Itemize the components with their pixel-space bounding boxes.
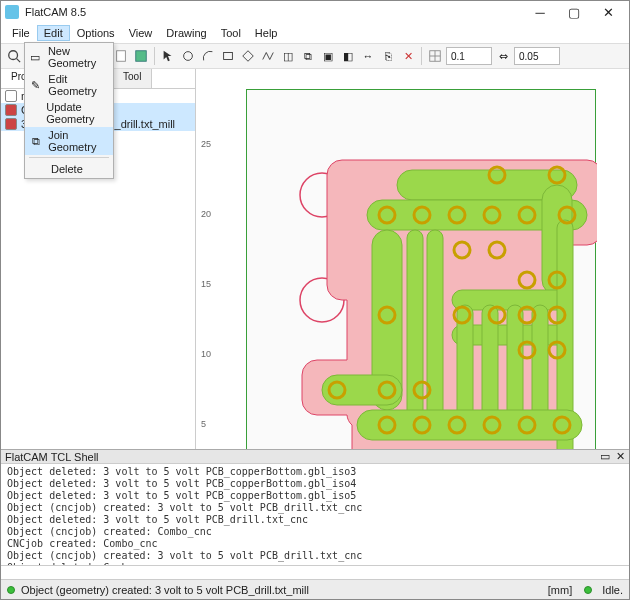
- open-project-button[interactable]: [112, 47, 130, 65]
- rectangle-tool[interactable]: [219, 47, 237, 65]
- drawing-canvas[interactable]: 0 5 10 15 20 25 0 5 10 15 20 25: [196, 69, 629, 449]
- status-state: Idle.: [602, 584, 623, 596]
- status-bar: Object (geometry) created: 3 volt to 5 v…: [1, 579, 629, 599]
- menu-bar: File Edit Options View Drawing Tool Help: [1, 23, 629, 43]
- svg-line-1: [17, 59, 21, 63]
- menu-help[interactable]: Help: [248, 25, 285, 41]
- shell-close-button[interactable]: ✕: [616, 450, 625, 463]
- shell-output[interactable]: Object deleted: 3 volt to 5 volt PCB_cop…: [1, 464, 629, 565]
- menu-drawing[interactable]: Drawing: [159, 25, 213, 41]
- menu-item-edit-geometry[interactable]: ✎ Edit Geometry: [25, 71, 113, 99]
- svg-rect-9: [136, 51, 147, 62]
- subtract-tool[interactable]: ▣: [319, 47, 337, 65]
- grid-link-toggle[interactable]: ⇔: [494, 47, 512, 65]
- svg-point-10: [184, 52, 193, 61]
- refresh-icon: [29, 106, 40, 120]
- shell-input[interactable]: [1, 565, 629, 579]
- arc-tool[interactable]: [199, 47, 217, 65]
- window-title: FlatCAM 8.5: [25, 6, 86, 18]
- union-tool[interactable]: ◫: [279, 47, 297, 65]
- cut-tool[interactable]: ◧: [339, 47, 357, 65]
- status-indicator-icon: [7, 586, 15, 594]
- menu-file[interactable]: File: [5, 25, 37, 41]
- close-button[interactable]: ✕: [591, 1, 625, 23]
- select-tool[interactable]: [159, 47, 177, 65]
- shell-undock-button[interactable]: ▭: [600, 450, 610, 463]
- status-units: [mm]: [548, 584, 572, 596]
- save-project-button[interactable]: [132, 47, 150, 65]
- svg-rect-28: [507, 305, 523, 420]
- menu-item-join-geometry[interactable]: ⧉ Join Geometry: [25, 127, 113, 155]
- shell-title: FlatCAM TCL Shell: [5, 451, 99, 463]
- circle-tool[interactable]: [179, 47, 197, 65]
- menu-item-delete[interactable]: Delete: [25, 160, 113, 178]
- title-bar: FlatCAM 8.5 ─ ▢ ✕: [1, 1, 629, 23]
- document-icon: ▭: [29, 50, 42, 64]
- maximize-button[interactable]: ▢: [557, 1, 591, 23]
- svg-rect-21: [407, 230, 423, 430]
- layer-icon: [5, 90, 17, 102]
- menu-item-new-geometry[interactable]: ▭ New Geometry: [25, 43, 113, 71]
- layer-icon: [5, 118, 17, 130]
- polygon-tool[interactable]: [239, 47, 257, 65]
- minimize-button[interactable]: ─: [523, 1, 557, 23]
- menu-options[interactable]: Options: [70, 25, 122, 41]
- grid-y-input[interactable]: [514, 47, 560, 65]
- zoom-fit-button[interactable]: [5, 47, 23, 65]
- edit-menu-dropdown: ▭ New Geometry ✎ Edit Geometry Update Ge…: [24, 42, 114, 179]
- svg-point-0: [9, 51, 18, 60]
- move-tool[interactable]: ↔: [359, 47, 377, 65]
- svg-rect-11: [224, 53, 233, 60]
- grid-x-input[interactable]: [446, 47, 492, 65]
- svg-rect-31: [322, 375, 402, 405]
- menu-view[interactable]: View: [122, 25, 160, 41]
- delete-tool[interactable]: ✕: [399, 47, 417, 65]
- app-icon: [5, 5, 19, 19]
- pencil-icon: ✎: [29, 78, 42, 92]
- svg-marker-12: [243, 51, 254, 62]
- status-idle-icon: [584, 586, 592, 594]
- menu-item-update-geometry[interactable]: Update Geometry: [25, 99, 113, 127]
- grid-toggle[interactable]: [426, 47, 444, 65]
- tab-tool[interactable]: Tool: [113, 69, 152, 88]
- status-message: Object (geometry) created: 3 volt to 5 v…: [21, 584, 309, 596]
- menu-tool[interactable]: Tool: [214, 25, 248, 41]
- svg-rect-8: [117, 51, 126, 62]
- layer-icon: [5, 104, 17, 116]
- intersect-tool[interactable]: ⧉: [299, 47, 317, 65]
- trash-icon: [29, 162, 45, 176]
- path-tool[interactable]: [259, 47, 277, 65]
- svg-rect-29: [532, 305, 548, 420]
- pcb-outline: [246, 89, 596, 449]
- menu-edit[interactable]: Edit: [37, 25, 70, 41]
- svg-rect-32: [357, 410, 582, 440]
- join-icon: ⧉: [29, 134, 42, 148]
- svg-rect-22: [427, 230, 443, 430]
- tcl-shell: FlatCAM TCL Shell ▭ ✕ Object deleted: 3 …: [1, 449, 629, 579]
- copy-tool[interactable]: ⎘: [379, 47, 397, 65]
